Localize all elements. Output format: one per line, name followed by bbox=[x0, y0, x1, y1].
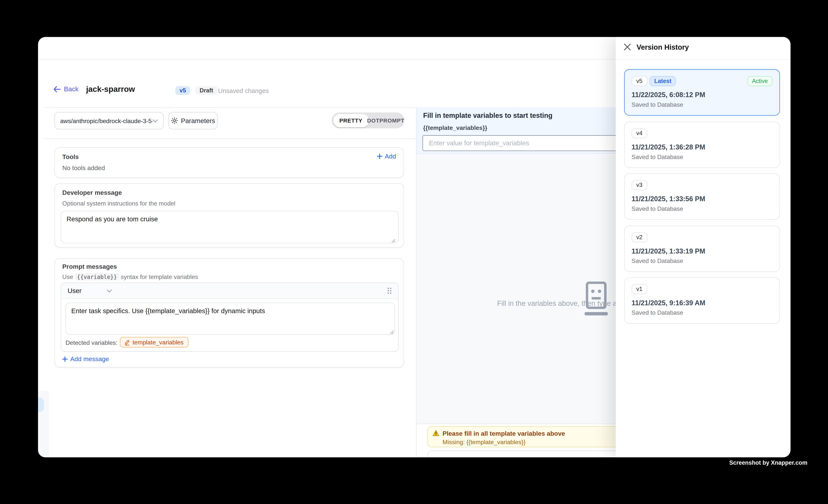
active-badge: Active bbox=[747, 76, 773, 86]
parameters-button[interactable]: Parameters bbox=[168, 112, 217, 129]
unsaved-changes-label: Unsaved changes bbox=[218, 87, 269, 94]
gear-icon bbox=[171, 117, 178, 124]
back-button[interactable]: Back bbox=[53, 86, 79, 93]
offscreen-highlight-fragment bbox=[38, 397, 44, 412]
format-toggle: PRETTY DOTPROMPT bbox=[332, 113, 404, 128]
arrow-left-icon bbox=[53, 86, 60, 92]
drag-handle-icon[interactable] bbox=[387, 287, 392, 294]
chevron-down-icon[interactable] bbox=[107, 289, 112, 292]
model-select[interactable]: aws/anthropic/bedrock-claude-3-5-s... bbox=[54, 112, 164, 129]
version-label-badge: v1 bbox=[631, 284, 647, 294]
version-badge: v5 bbox=[175, 86, 190, 95]
version-history-title: Version History bbox=[636, 43, 689, 51]
toolbar-divider bbox=[44, 138, 416, 139]
developer-message-subtitle: Optional system instructions for the mod… bbox=[62, 200, 175, 207]
developer-message-input[interactable]: Respond as you are tom cruise bbox=[61, 211, 399, 244]
parameters-label: Parameters bbox=[181, 117, 215, 124]
message-block: User Enter task specifics. Use {{templat… bbox=[61, 283, 399, 352]
app-window: Back jack-sparrow v5 Draft Unsaved chang… bbox=[38, 37, 791, 457]
hint-suffix: syntax for template variables bbox=[121, 274, 198, 280]
close-icon[interactable] bbox=[624, 43, 631, 51]
version-saved-status: Saved to Database bbox=[631, 206, 683, 212]
version-timestamp: 11/21/2025, 1:33:19 PM bbox=[631, 247, 705, 255]
message-role-select[interactable]: User bbox=[68, 287, 81, 294]
version-timestamp: 11/22/2025, 6:08:12 PM bbox=[631, 91, 705, 99]
version-card-v1[interactable]: v1 11/21/2025, 9:16:39 AM Saved to Datab… bbox=[624, 278, 780, 324]
developer-message-card: Developer message Optional system instru… bbox=[54, 183, 404, 248]
toggle-pretty[interactable]: PRETTY bbox=[333, 114, 369, 127]
version-card-v3[interactable]: v3 11/21/2025, 1:33:56 PM Saved to Datab… bbox=[624, 173, 780, 220]
version-history-panel: Version History v5 Latest Active 11/22/2… bbox=[616, 37, 791, 457]
prompt-messages-title: Prompt messages bbox=[62, 263, 117, 270]
resize-grip-icon[interactable] bbox=[391, 239, 396, 243]
tools-card: Tools Add No tools added bbox=[54, 148, 404, 178]
watermark: Screenshot by Xnapper.com bbox=[729, 459, 807, 466]
version-saved-status: Saved to Database bbox=[631, 153, 683, 160]
version-timestamp: 11/21/2025, 1:36:28 PM bbox=[631, 143, 705, 151]
message-role-header: User bbox=[61, 283, 398, 299]
hint-prefix: Use bbox=[62, 274, 73, 280]
prompt-messages-card: Prompt messages Use {{variable}} syntax … bbox=[54, 258, 404, 368]
detected-variables-label: Detected variables: bbox=[66, 339, 117, 346]
plus-icon bbox=[377, 154, 382, 159]
warning-triangle-icon bbox=[432, 430, 439, 436]
developer-message-title: Developer message bbox=[62, 189, 122, 197]
screenshot-stage: Back jack-sparrow v5 Draft Unsaved chang… bbox=[0, 0, 828, 504]
add-tool-button[interactable]: Add bbox=[377, 153, 396, 160]
version-label-badge: v3 bbox=[631, 180, 647, 190]
chevron-down-icon bbox=[153, 119, 158, 122]
add-message-button[interactable]: Add message bbox=[62, 355, 109, 363]
page-title: jack-sparrow bbox=[86, 84, 135, 93]
model-select-value: aws/anthropic/bedrock-claude-3-5-s... bbox=[60, 118, 153, 124]
version-label-badge: v5 bbox=[631, 76, 647, 86]
variable-syntax-chip: {{variable}} bbox=[75, 273, 119, 281]
version-saved-status: Saved to Database bbox=[631, 101, 683, 108]
message-content-input[interactable]: Enter task specifics. Use {{template_var… bbox=[66, 303, 395, 335]
warning-detail: Missing: {{template_variables}} bbox=[443, 439, 526, 445]
add-message-label: Add message bbox=[70, 355, 109, 363]
draft-badge: Draft bbox=[195, 86, 217, 95]
header-divider bbox=[38, 59, 616, 60]
latest-badge: Latest bbox=[650, 76, 676, 86]
detected-variable-badge[interactable]: template_variables bbox=[120, 337, 188, 347]
tools-title: Tools bbox=[62, 153, 79, 161]
toggle-dotprompt[interactable]: DOTPROMPT bbox=[369, 114, 403, 127]
pencil-icon bbox=[125, 339, 130, 345]
prompt-messages-hint: Use {{variable}} syntax for template var… bbox=[62, 274, 198, 280]
version-label-badge: v2 bbox=[631, 232, 647, 242]
offscreen-panel-fragment bbox=[38, 391, 49, 458]
version-card-v4[interactable]: v4 11/21/2025, 1:36:28 PM Saved to Datab… bbox=[624, 121, 780, 168]
resize-grip-icon[interactable] bbox=[390, 330, 394, 334]
template-variable-label: {{template_variables}} bbox=[423, 124, 487, 131]
version-saved-status: Saved to Database bbox=[631, 258, 683, 264]
version-card-v2[interactable]: v2 11/21/2025, 1:33:19 PM Saved to Datab… bbox=[624, 225, 780, 272]
back-label: Back bbox=[64, 86, 79, 93]
version-label-badge: v4 bbox=[631, 128, 647, 138]
version-saved-status: Saved to Database bbox=[631, 309, 683, 316]
fill-variables-title: Fill in template variables to start test… bbox=[423, 111, 552, 119]
version-panel-divider bbox=[616, 59, 791, 60]
tools-empty-text: No tools added bbox=[62, 164, 105, 172]
plus-icon bbox=[62, 356, 68, 362]
detected-variable-name: template_variables bbox=[132, 339, 183, 345]
robot-face-icon bbox=[581, 281, 611, 316]
add-tool-label: Add bbox=[385, 153, 396, 160]
version-card-v5[interactable]: v5 Latest Active 11/22/2025, 6:08:12 PM … bbox=[624, 69, 780, 116]
warning-title: Please fill in all template variables ab… bbox=[443, 430, 565, 437]
version-timestamp: 11/21/2025, 9:16:39 AM bbox=[631, 299, 705, 307]
version-timestamp: 11/21/2025, 1:33:56 PM bbox=[631, 195, 705, 203]
